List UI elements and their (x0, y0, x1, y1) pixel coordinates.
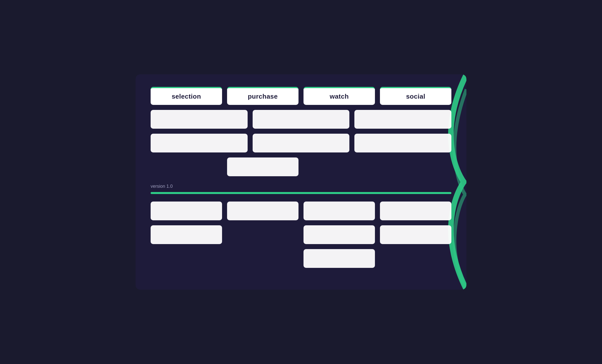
bot-box-1-4[interactable] (380, 202, 451, 220)
tab-selection-label: selection (172, 93, 201, 100)
version-label: version 1.0 (151, 184, 451, 189)
bottom-content-row-2 (151, 225, 451, 244)
tab-purchase-label: purchase (248, 93, 278, 100)
main-screen: selection purchase watch social (136, 74, 466, 290)
tab-selection[interactable]: selection (151, 87, 222, 105)
tab-watch[interactable]: watch (304, 87, 375, 105)
bot-box-2-4[interactable] (380, 225, 451, 244)
top-content-row-2 (151, 134, 451, 152)
bot-box-1-2[interactable] (227, 202, 298, 220)
progress-bar-container (151, 192, 451, 194)
top-box-2-1[interactable] (151, 134, 248, 152)
bot-box-2-1[interactable] (151, 225, 222, 244)
top-section: selection purchase watch social (151, 87, 451, 176)
top-content-row-1 (151, 110, 451, 129)
bot-box-3-3[interactable] (304, 249, 375, 268)
top-content-row-3 (151, 157, 451, 176)
progress-bar (151, 192, 451, 194)
top-box-1-2[interactable] (253, 110, 350, 129)
bottom-content-row-1 (151, 202, 451, 220)
top-box-1-1[interactable] (151, 110, 248, 129)
bottom-section (151, 202, 451, 268)
bottom-content-row-3 (151, 249, 451, 268)
tab-social-label: social (406, 93, 425, 100)
side-decoration (446, 74, 466, 290)
bot-box-1-3[interactable] (304, 202, 375, 220)
bot-box-2-3[interactable] (304, 225, 375, 244)
top-box-2-2[interactable] (253, 134, 350, 152)
header-row: selection purchase watch social (151, 87, 451, 105)
tab-purchase[interactable]: purchase (227, 87, 298, 105)
top-box-1-3[interactable] (354, 110, 451, 129)
top-box-2-3[interactable] (354, 134, 451, 152)
bot-box-1-1[interactable] (151, 202, 222, 220)
version-section: version 1.0 (151, 184, 451, 194)
tab-social[interactable]: social (380, 87, 451, 105)
tab-watch-label: watch (330, 93, 349, 100)
top-box-3-2[interactable] (227, 157, 298, 176)
